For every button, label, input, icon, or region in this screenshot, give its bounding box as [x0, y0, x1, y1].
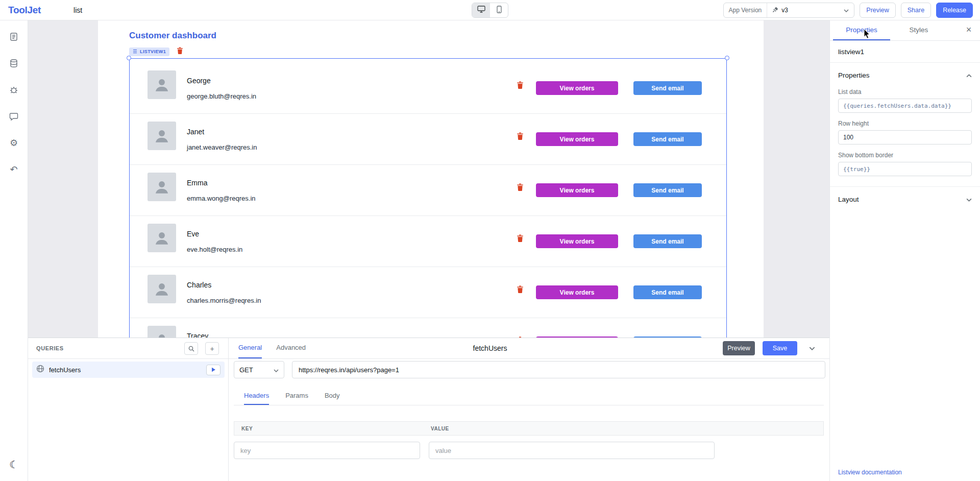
debugger-icon[interactable]: [5, 81, 23, 99]
app-version-label: App Version: [724, 3, 768, 17]
avatar: [148, 326, 176, 338]
bottom-border-input[interactable]: {{true}}: [838, 162, 972, 176]
version-select[interactable]: v3: [767, 7, 854, 14]
row-delete-trash-icon[interactable]: [517, 81, 524, 91]
listview-documentation-link[interactable]: Listview documentation: [838, 469, 902, 476]
mobile-view-button[interactable]: [490, 3, 508, 17]
view-orders-button[interactable]: View orders: [536, 234, 618, 248]
tab-styles[interactable]: Styles: [890, 20, 947, 40]
customer-name: Charles: [187, 281, 211, 289]
customer-name: Janet: [187, 128, 204, 136]
close-inspector-icon[interactable]: ×: [963, 23, 975, 36]
collapse-panel-chevron-icon[interactable]: [805, 341, 819, 355]
row-delete-trash-icon[interactable]: [517, 234, 524, 244]
send-email-button[interactable]: Send email: [633, 183, 702, 197]
tab-headers[interactable]: Headers: [244, 387, 269, 405]
send-email-button[interactable]: Send email: [633, 132, 702, 146]
customer-name: Eve: [187, 230, 199, 238]
desktop-icon: [477, 6, 485, 15]
header-actions: App Version v3 Preview Share Release: [723, 3, 973, 18]
divider: [830, 62, 980, 63]
pages-icon[interactable]: [5, 28, 23, 46]
query-actions: Preview Save: [723, 341, 819, 355]
row-delete-trash-icon[interactable]: [517, 183, 524, 193]
row-height-input[interactable]: 100: [838, 130, 972, 145]
app-canvas[interactable]: Customer dashboard LISTVIEW1 George: [98, 20, 764, 338]
widget-badge-label: LISTVIEW1: [140, 49, 166, 54]
desktop-view-button[interactable]: [472, 3, 490, 17]
app-name[interactable]: list: [74, 6, 82, 14]
request-url-input[interactable]: [292, 361, 825, 378]
settings-gear-icon[interactable]: ⚙: [5, 134, 23, 152]
bottom-border-value: {{true}}: [843, 166, 870, 173]
dark-mode-moon-icon[interactable]: ☾: [5, 455, 23, 474]
properties-section-label: Properties: [838, 71, 870, 79]
chevron-down-icon: [844, 7, 849, 14]
preview-button[interactable]: Preview: [860, 3, 895, 18]
query-save-button[interactable]: Save: [763, 341, 797, 355]
comments-icon[interactable]: [5, 107, 23, 126]
chevron-down-icon: [966, 196, 972, 203]
tab-general[interactable]: General: [238, 338, 262, 358]
query-preview-button[interactable]: Preview: [723, 341, 755, 355]
customer-email: george.bluth@reqres.in: [187, 92, 256, 100]
avatar: [148, 275, 176, 303]
list-row: Janet janet.weaver@reqres.in View orders…: [130, 114, 726, 165]
send-email-button[interactable]: Send email: [633, 285, 702, 299]
customer-name: Emma: [187, 179, 207, 187]
listview-widget[interactable]: George george.bluth@reqres.in View order…: [129, 58, 727, 338]
header-key-input[interactable]: [234, 442, 420, 459]
properties-section-header[interactable]: Properties: [838, 69, 972, 81]
canvas-title-widget[interactable]: Customer dashboard: [129, 31, 216, 41]
query-editor-tabs: General Advanced: [238, 338, 306, 358]
tooljet-logo[interactable]: ToolJet: [8, 5, 41, 16]
customer-name: George: [187, 77, 211, 85]
list-row: Emma emma.wong@reqres.in View orders Sen…: [130, 165, 726, 216]
chevron-down-icon: [274, 366, 279, 374]
share-button[interactable]: Share: [901, 3, 931, 18]
run-query-button[interactable]: [206, 365, 220, 375]
list-row: Tracey View orders Send email: [130, 318, 726, 338]
avatar: [148, 122, 176, 150]
database-icon[interactable]: [5, 54, 23, 73]
customer-name: Tracey: [187, 332, 208, 338]
avatar: [148, 70, 176, 99]
row-delete-trash-icon[interactable]: [517, 132, 524, 142]
listview-badge-icon: [133, 49, 137, 55]
tab-params[interactable]: Params: [285, 387, 308, 405]
resize-handle-top-right[interactable]: [725, 56, 729, 60]
list-data-input[interactable]: {{queries.fetchUsers.data.data}}: [838, 99, 972, 113]
tab-body[interactable]: Body: [325, 387, 340, 405]
inspector-body: listview1 Properties List data {{queries…: [830, 41, 980, 481]
view-orders-button[interactable]: View orders: [536, 285, 618, 299]
customer-email: janet.weaver@reqres.in: [187, 143, 257, 151]
tab-advanced[interactable]: Advanced: [276, 338, 306, 358]
delete-widget-trash-icon[interactable]: [177, 47, 183, 56]
avatar: [148, 224, 176, 252]
view-orders-button[interactable]: View orders: [536, 132, 618, 146]
send-email-button[interactable]: Send email: [633, 81, 702, 95]
undo-icon[interactable]: ↶: [5, 160, 23, 179]
mobile-icon: [497, 6, 502, 15]
list-row: Charles charles.morris@reqres.in View or…: [130, 267, 726, 318]
view-orders-button[interactable]: View orders: [536, 81, 618, 95]
version-value: v3: [781, 7, 788, 14]
tab-properties[interactable]: Properties: [833, 20, 890, 40]
query-search-button[interactable]: [184, 342, 198, 355]
resize-handle-top-left[interactable]: [127, 56, 131, 60]
chevron-up-icon: [966, 71, 972, 79]
query-list-item-fetchusers[interactable]: fetchUsers: [32, 362, 225, 378]
layout-section-header[interactable]: Layout: [838, 194, 972, 205]
view-orders-button[interactable]: View orders: [536, 183, 618, 197]
release-button[interactable]: Release: [936, 3, 973, 18]
selected-widget-tag: LISTVIEW1: [129, 47, 183, 56]
row-delete-trash-icon[interactable]: [517, 285, 524, 295]
add-query-button[interactable]: +: [205, 342, 219, 355]
bottom-border-label: Show bottom border: [838, 152, 972, 159]
list-data-label: List data: [838, 88, 972, 95]
app-header: ToolJet list App Version v3: [0, 0, 980, 20]
send-email-button[interactable]: Send email: [633, 234, 702, 248]
http-method-value: GET: [239, 366, 253, 374]
header-value-input[interactable]: [429, 442, 715, 459]
http-method-select[interactable]: GET: [234, 361, 284, 378]
